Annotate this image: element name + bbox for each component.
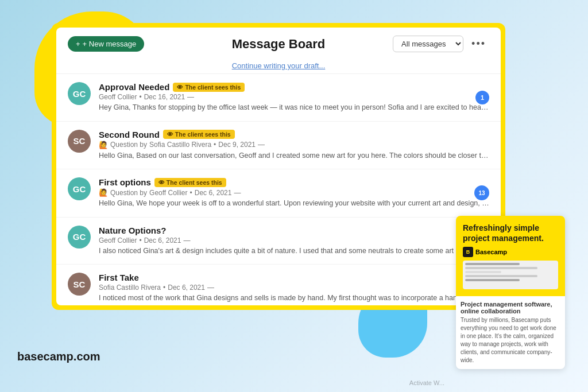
eye-icon: 👁 [177,84,183,91]
question-icon: 🙋 [99,141,108,149]
ad-card-screenshot [463,261,558,289]
client-badge: 👁 The client sees this [173,83,245,92]
author-name: Sofia Castillo Rivera [149,141,211,149]
avatar: GC [68,226,91,249]
ad-logo-text: Basecamp [475,249,507,255]
panel: + + New message Message Board All messag… [56,28,501,305]
message-date: Dec 6, 2021 [144,236,181,244]
screen-line [465,263,520,265]
activate-watermark: Activate W... [409,379,444,386]
author-name: Sofia Castillo Rivera [99,284,161,292]
unread-badge: 1 [475,91,489,104]
message-meta: Geoff Collier • Dec 6, 2021 — [99,236,489,244]
message-content: Nature Options? Geoff Collier • Dec 6, 2… [99,226,489,257]
client-badge: 👁 The client sees this [163,130,235,139]
screen-line [465,279,520,281]
messages-list: GC Approval Needed 👁 The client sees thi… [56,74,501,305]
client-badge-text: The client sees this [175,131,231,138]
message-title: First options [99,177,151,187]
client-badge-text: The client sees this [167,179,222,186]
message-date: Dec 16, 2021 [144,93,185,101]
new-message-label: + New message [83,40,137,48]
author-name: Geoff Collier [99,236,137,244]
author-name: Geoff Collier [99,93,137,101]
message-title: Second Round [99,130,160,139]
basecamp-logo-icon: B [463,247,473,257]
message-preview: I noticed most of the work that Gina des… [99,293,489,304]
more-options-button[interactable]: ••• [468,37,489,51]
message-preview: I also noticed Gina's art & design inclu… [99,246,489,257]
message-meta: Sofia Castillo Rivera • Dec 6, 2021 — [99,284,489,292]
message-date: Dec 6, 2021 [168,284,205,292]
message-preview: Hello Gina, Based on our last conversati… [99,151,489,161]
screen-line [465,275,537,277]
message-meta: Geoff Collier • Dec 16, 2021 — [99,93,489,101]
question-icon: 🙋 [99,188,108,197]
ad-card-top: Refreshingly simple project management. … [456,216,565,296]
message-item[interactable]: SC First Take Sofia Castillo Rivera • De… [56,265,501,305]
new-message-button[interactable]: + + New message [68,36,144,52]
screen-line [465,267,537,269]
message-item[interactable]: GC Approval Needed 👁 The client sees thi… [56,74,501,122]
client-badge-text: The client sees this [185,84,241,91]
message-title-row: Second Round 👁 The client sees this [99,130,489,139]
eye-icon: 👁 [167,131,173,138]
author-name: Geoff Collier [149,189,187,197]
message-title-row: First options 👁 The client sees this [99,177,489,187]
ad-card-top-title: Refreshingly simple project management. [463,223,558,243]
topbar-right: All messages My messages Drafts ••• [393,36,489,52]
main-container: + + New message Message Board All messag… [52,23,505,310]
avatar: GC [68,177,91,200]
message-title-row: First Take [99,273,489,282]
message-date: Dec 6, 2021 [195,189,232,197]
message-meta: 🙋 Question by Geoff Collier • Dec 6, 202… [99,188,489,197]
ad-card-bottom: Project management software, online coll… [456,296,565,369]
message-title: Approval Needed [99,82,169,92]
message-content: Second Round 👁 The client sees this 🙋 Qu… [99,130,489,161]
ad-screen-lines [463,261,558,285]
message-item[interactable]: GC Nature Options? Geoff Collier • Dec 6… [56,218,501,265]
message-title: First Take [99,273,139,282]
question-label: Question by [110,141,147,149]
message-content: First Take Sofia Castillo Rivera • Dec 6… [99,273,489,304]
message-title-row: Approval Needed 👁 The client sees this [99,82,489,92]
question-label: Question by [110,189,147,197]
message-preview: Hey Gina, Thanks for stopping by the off… [99,103,489,113]
draft-bar[interactable]: Continue writing your draft... [56,58,501,74]
avatar: GC [68,82,91,105]
topbar: + + New message Message Board All messag… [56,28,501,58]
message-content: First options 👁 The client sees this 🙋 Q… [99,177,489,209]
message-item[interactable]: SC Second Round 👁 The client sees this 🙋… [56,122,501,170]
ad-card-bottom-text: Trusted by millions, Basecamp puts every… [461,316,560,364]
screen-line [465,271,501,273]
client-badge: 👁 The client sees this [154,178,226,187]
plus-icon: + [76,40,80,48]
ad-card: Refreshingly simple project management. … [456,216,565,369]
message-item[interactable]: GC First options 👁 The client sees this … [56,169,501,218]
filter-select[interactable]: All messages My messages Drafts [393,36,463,52]
eye-icon: 👁 [158,179,165,186]
message-date: Dec 9, 2021 [218,141,256,149]
bottom-label: basecamp.com [17,350,100,363]
message-meta: 🙋 Question by Sofia Castillo Rivera • De… [99,141,489,149]
avatar: SC [68,130,91,153]
message-title: Nature Options? [99,226,167,235]
page-title: Message Board [232,37,326,52]
message-preview: Hello Gina, We hope your week is off to … [99,199,489,209]
ad-card-bottom-title: Project management software, online coll… [461,301,560,315]
ad-card-logo: B Basecamp [463,247,558,257]
message-title-row: Nature Options? [99,226,489,235]
message-content: Approval Needed 👁 The client sees this G… [99,82,489,113]
unread-badge: 13 [474,185,489,200]
avatar: SC [68,273,91,296]
